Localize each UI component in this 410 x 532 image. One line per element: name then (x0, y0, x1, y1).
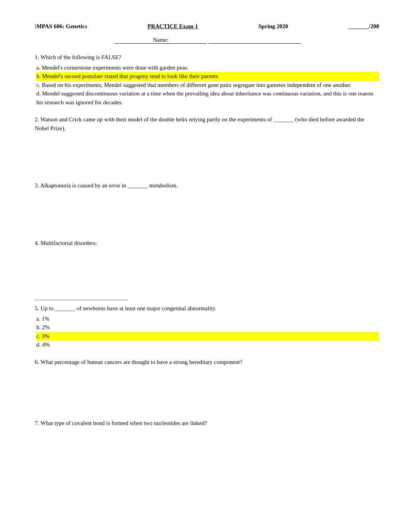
question-4: 4. Multifactorial disorders: (35, 239, 379, 292)
q5-text: 5. Up to _______ of newborns have at lea… (35, 304, 379, 313)
course-title: \MPAS 606: Genetics (35, 23, 87, 30)
score: _______/208 (349, 23, 379, 30)
q1-choice-c: c. Based on his experiments, Mendel sugg… (36, 81, 379, 90)
question-3: 3. Alkaptonuria is caused by an error in… (35, 181, 379, 230)
question-6: 6. What percentage of human cancers are … (35, 358, 379, 411)
q1-text: 1. Which of the following is FALSE? (35, 53, 379, 62)
q6-text: 6. What percentage of human cancers are … (35, 358, 379, 367)
section-divider (35, 300, 127, 300)
q3-answer-space (35, 192, 379, 230)
q1-choice-b: b. Mendel's second postulate stated that… (36, 72, 379, 81)
q5-choice-a: a. 1% (36, 314, 379, 323)
q5-choice-c: c. 3% (36, 332, 379, 341)
q2-answer-space (35, 134, 379, 173)
q7-text: 7. What type of covalent bond is formed … (35, 419, 379, 428)
semester: Spring 2020 (258, 23, 288, 30)
q2-text: 2. Watson and Crick came up with their m… (35, 115, 379, 133)
name-line: Name: (35, 37, 379, 44)
q3-text: 3. Alkaptonuria is caused by an error in… (35, 181, 379, 190)
q4-answer-space (35, 249, 379, 291)
exam-title: PRACTICE Exam 1 (147, 23, 198, 30)
name-label: Name: (114, 37, 207, 44)
q1-choice-d: d. Mendel suggested discontinuous variat… (36, 89, 379, 107)
q5-choice-b: b. 2% (36, 323, 379, 332)
question-1: 1. Which of the following is FALSE? a. M… (35, 53, 379, 107)
q4-text: 4. Multifactorial disorders: (35, 239, 379, 248)
q5-choice-d: d. 4% (36, 340, 379, 349)
question-2: 2. Watson and Crick came up with their m… (35, 115, 379, 173)
q1-choice-a: a. Mendel's cornerstone experiments were… (36, 63, 379, 72)
q1-number: 1. Which of the following is FALSE? (35, 54, 121, 60)
header: \MPAS 606: Genetics PRACTICE Exam 1 Spri… (35, 23, 379, 30)
q6-answer-space (35, 368, 379, 410)
name-blank (208, 37, 301, 44)
question-7: 7. What type of covalent bond is formed … (35, 419, 379, 428)
page: \MPAS 606: Genetics PRACTICE Exam 1 Spri… (0, 0, 410, 532)
question-5: 5. Up to _______ of newborns have at lea… (35, 304, 379, 349)
